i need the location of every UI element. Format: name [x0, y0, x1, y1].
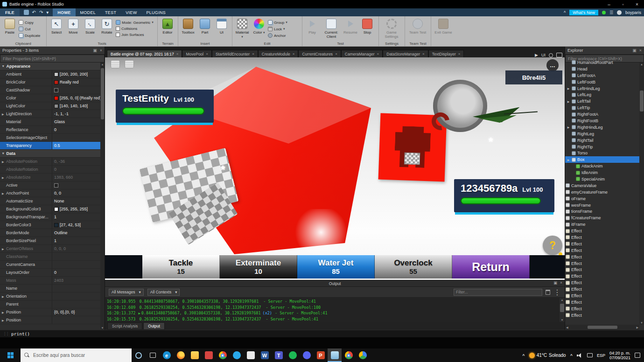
- explorer-item[interactable]: Effect: [565, 267, 639, 273]
- task-view-button[interactable]: [146, 348, 160, 362]
- ribbon-tab[interactable]: HOME: [53, 8, 75, 16]
- property-row[interactable]: ▶ AnchorPoint 0, 0: [0, 189, 105, 197]
- resume-button[interactable]: Resume: [343, 18, 358, 41]
- explorer-horizontal-scrollbar[interactable]: ◀ ▶: [565, 325, 639, 330]
- property-value[interactable]: 0: [54, 127, 56, 132]
- username[interactable]: boyparis: [625, 10, 641, 15]
- close-tab-icon[interactable]: ×: [422, 52, 425, 56]
- section-collapse-icon[interactable]: ▾: [2, 64, 4, 68]
- property-row[interactable]: Material Glass: [0, 118, 105, 126]
- property-row[interactable]: ▶ Position: [0, 316, 105, 324]
- explorer-item[interactable]: CameraValue: [565, 182, 639, 189]
- document-tab[interactable]: DataStoreManager ×: [383, 50, 428, 57]
- explorer-item[interactable]: oFrame: [565, 195, 639, 202]
- property-row[interactable]: SelectionImageObject: [0, 134, 105, 142]
- toolbox-button[interactable]: Toolbox: [180, 18, 196, 41]
- document-tab[interactable]: TextDisplayer ×: [428, 50, 464, 57]
- command-bar-text[interactable]: print(): [11, 331, 30, 336]
- property-value[interactable]: [255, 0, 0] (Really red): [60, 96, 101, 100]
- property-row[interactable]: BorderSizePixel 1: [0, 237, 105, 245]
- eye-icon[interactable]: [549, 53, 553, 57]
- document-tab[interactable]: CameraManager ×: [341, 50, 383, 57]
- float-panel-icon[interactable]: ▣: [553, 280, 557, 285]
- explorer-header[interactable]: Explorer ▣ ×: [565, 47, 644, 55]
- property-row[interactable]: Parent: [0, 300, 105, 308]
- property-row[interactable]: ClassName: [0, 253, 105, 261]
- restore-window-button[interactable]: ▫: [616, 0, 630, 8]
- explorer-item[interactable]: fCreatureFrame: [565, 215, 639, 221]
- taskbar-app-word[interactable]: W: [258, 348, 272, 362]
- property-checkbox[interactable]: [54, 183, 58, 188]
- scroll-up-icon[interactable]: ▲: [639, 63, 644, 66]
- user-avatar[interactable]: [617, 10, 622, 15]
- explorer-item[interactable]: wesFrame: [565, 202, 639, 209]
- property-row[interactable]: LayoutOrder 0: [0, 269, 105, 277]
- file-menu-button[interactable]: FILE: [0, 8, 20, 16]
- taskbar-clock[interactable]: 04:20 p. m. 07/09/2021: [609, 351, 630, 360]
- property-value[interactable]: 0, 0: [54, 191, 61, 195]
- property-row[interactable]: ▶ Position {0, 0},{0, 0}: [0, 308, 105, 316]
- taskbar-app-photos[interactable]: [202, 348, 216, 362]
- property-row[interactable]: ▶ AbsoluteSize 1383, 660: [0, 174, 105, 181]
- output-scrollbar[interactable]: ▲ ▼: [560, 298, 565, 322]
- document-tab[interactable]: StartWildEncounter ×: [212, 50, 258, 57]
- property-row[interactable]: CastShadow: [0, 86, 105, 94]
- explorer-item[interactable]: Effect: [565, 299, 639, 306]
- property-row[interactable]: CurrentCamera: [0, 261, 105, 269]
- property-value[interactable]: None: [54, 199, 64, 203]
- team-test-button[interactable]: Team Test: [407, 18, 428, 41]
- expand-arrow-icon[interactable]: ▶: [567, 100, 570, 103]
- property-row[interactable]: Color [255, 0, 0] (Really red): [0, 94, 105, 102]
- properties-header[interactable]: Properties - 3 items ▣ ×: [0, 47, 105, 55]
- contexts-filter-dropdown[interactable]: All Contexts ▾: [147, 289, 180, 296]
- hamburger-menu-icon[interactable]: ☰: [609, 10, 613, 15]
- explorer-item[interactable]: Effect: [565, 286, 639, 292]
- close-panel-icon[interactable]: ×: [639, 48, 642, 53]
- explorer-item[interactable]: Effect: [565, 279, 639, 286]
- viewport-options-button[interactable]: …: [546, 59, 559, 71]
- property-row[interactable]: Name: [0, 285, 105, 292]
- close-window-button[interactable]: ×: [630, 0, 644, 8]
- close-tab-icon[interactable]: ×: [176, 52, 179, 56]
- collisions-checkbox[interactable]: [116, 27, 120, 31]
- mode-dropdown[interactable]: Mode: Geometric▾: [116, 20, 154, 25]
- explorer-item[interactable]: RightTip: [565, 144, 639, 150]
- log-source[interactable]: - Server - MovePool:41: [266, 317, 318, 321]
- property-row[interactable]: ▶ AbsolutePosition 0, -36: [0, 158, 105, 166]
- copy-button[interactable]: Copy: [19, 20, 40, 25]
- explorer-item[interactable]: Effect: [565, 254, 639, 260]
- scroll-thumb[interactable]: [640, 90, 644, 111]
- current-mode-dropdown[interactable]: Current: Client: [321, 18, 342, 41]
- document-tab[interactable]: CreatureModule ×: [258, 50, 299, 57]
- expand-arrow-icon[interactable]: ▶: [567, 158, 570, 161]
- drag-grip-icon[interactable]: ⋮⋮: [0, 332, 11, 336]
- property-value[interactable]: [140, 140, 140]: [60, 104, 88, 108]
- explorer-item[interactable]: RightFootB: [565, 118, 639, 124]
- battle-action-button[interactable]: Exterminate 10: [220, 255, 297, 278]
- explorer-item[interactable]: ▶ LeftHindLeg: [565, 85, 639, 92]
- property-value[interactable]: [255, 255, 255]: [60, 207, 88, 211]
- property-value[interactable]: 0: [54, 167, 56, 172]
- lock-button[interactable]: Lock▾: [268, 27, 287, 31]
- explorer-item[interactable]: HumanoidRootPart: [565, 59, 639, 66]
- log-source[interactable]: - Server - MovePool:41: [275, 311, 328, 315]
- dock-tab[interactable]: Output: [143, 322, 165, 330]
- taskbar-app-spotify[interactable]: [286, 348, 300, 362]
- battle-action-button[interactable]: Overclock 55: [375, 255, 452, 278]
- float-panel-icon[interactable]: ▣: [93, 48, 97, 53]
- explorer-item[interactable]: Effect: [565, 247, 639, 254]
- property-value[interactable]: 0.5: [54, 143, 60, 148]
- color-swatch[interactable]: [54, 223, 58, 227]
- property-row[interactable]: Active: [0, 181, 105, 189]
- property-value[interactable]: -1, 1, -1: [54, 111, 69, 116]
- collapse-ribbon-chevron-icon[interactable]: ^: [564, 10, 566, 15]
- scroll-down-icon[interactable]: ▼: [100, 327, 105, 329]
- property-value[interactable]: Really red: [60, 80, 79, 84]
- expand-arrow-icon[interactable]: ▶: [2, 112, 6, 116]
- explorer-item[interactable]: IdleAnim: [565, 169, 639, 176]
- undo-icon[interactable]: ↶: [32, 10, 36, 15]
- explorer-item[interactable]: Torso: [565, 150, 639, 156]
- explorer-item[interactable]: Effect: [565, 260, 639, 267]
- float-panel-icon[interactable]: ▣: [632, 48, 637, 53]
- ribbon-tab[interactable]: MODEL: [76, 8, 101, 16]
